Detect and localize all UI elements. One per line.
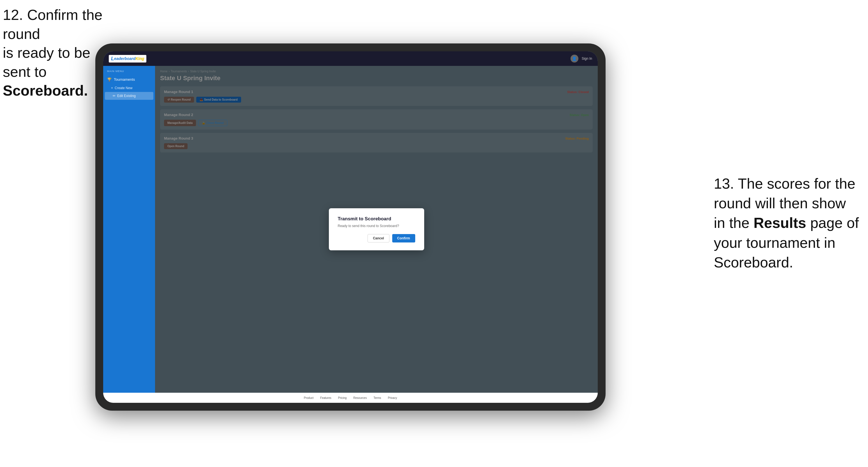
footer-resources[interactable]: Resources [353,396,367,400]
user-avatar[interactable]: 👤 [570,55,579,63]
modal-overlay: Transmit to Scoreboard Ready to send thi… [155,66,598,393]
sidebar-subitem-create-new[interactable]: + Create New [103,84,155,92]
modal-title: Transmit to Scoreboard [338,216,415,222]
logo-area: L eaderboard King [109,55,146,63]
trophy-icon: 🏆 [107,77,112,82]
footer-privacy[interactable]: Privacy [388,396,397,400]
content-area: Home › Tournaments › State U Spring Invi… [155,66,598,393]
logo-eaderboard: eaderboard [114,56,135,61]
sign-in-label: Sign In [582,57,592,61]
cancel-label: Cancel [373,236,384,240]
sidebar-subitem-edit-existing[interactable]: ✏ Edit Existing [105,92,153,100]
sidebar-tournaments-label: Tournaments [114,77,135,82]
app-container: L eaderboard King 👤 Sign In MAIN MENU [103,51,598,403]
main-menu-label: MAIN MENU [103,70,155,75]
create-new-label: Create New [115,86,132,90]
footer-terms[interactable]: Terms [373,396,381,400]
modal-subtitle: Ready to send this round to Scoreboard? [338,224,415,228]
plus-icon: + [111,86,113,90]
footer-product[interactable]: Product [304,396,313,400]
edit-icon: ✏ [113,94,116,98]
main-content: MAIN MENU 🏆 Tournaments + Create New ✏ E… [103,66,598,393]
footer-pricing[interactable]: Pricing [338,396,347,400]
annotation-step-13: 13. The scores for the round will then s… [714,174,860,272]
footer: Product Features Pricing Resources Terms… [103,393,598,403]
sign-in-button[interactable]: Sign In [582,57,592,61]
annotation-line2: is ready to be sent to [3,44,90,80]
modal-actions: Cancel Confirm [338,234,415,243]
sidebar-item-tournaments[interactable]: 🏆 Tournaments [103,75,155,84]
transmit-modal: Transmit to Scoreboard Ready to send thi… [329,208,424,250]
annotation-results-bold: Results [754,215,806,231]
sidebar: MAIN MENU 🏆 Tournaments + Create New ✏ E… [103,66,155,393]
annotation-line1: 12. Confirm the round [3,7,103,42]
tablet-device: L eaderboard King 👤 Sign In MAIN MENU [95,43,606,411]
confirm-label: Confirm [397,236,410,240]
top-navbar: L eaderboard King 👤 Sign In [103,51,598,66]
logo-l: L [111,56,114,62]
nav-right: 👤 Sign In [570,55,592,63]
edit-existing-label: Edit Existing [117,94,136,98]
tablet-screen: L eaderboard King 👤 Sign In MAIN MENU [103,51,598,403]
cancel-button[interactable]: Cancel [368,234,389,243]
logo-king: King [135,56,144,61]
confirm-button[interactable]: Confirm [392,234,415,243]
annotation-bold: Scoreboard. [3,83,88,99]
footer-features[interactable]: Features [320,396,331,400]
